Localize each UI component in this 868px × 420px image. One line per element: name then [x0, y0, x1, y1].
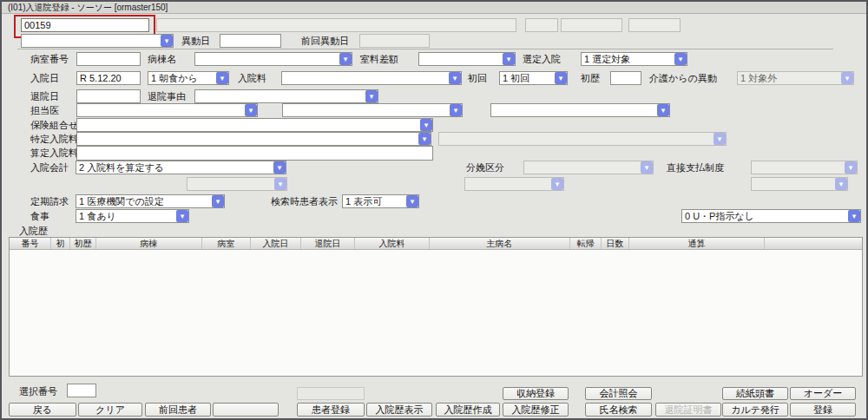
- admission-event-value: [22, 35, 161, 47]
- chevron-down-icon: ▾: [641, 161, 653, 174]
- register-button[interactable]: 登録: [790, 403, 856, 417]
- up-instruction-select[interactable]: 0 U・P指示なし▾: [681, 209, 861, 223]
- patient-name-display: [156, 18, 516, 32]
- patient-id-input[interactable]: [21, 18, 149, 32]
- discharge-reason-select[interactable]: ▾: [194, 89, 378, 103]
- history-table-body: [10, 250, 862, 376]
- history-section-title: 入院歴: [19, 225, 48, 238]
- patient-registration-button[interactable]: 患者登録: [297, 403, 365, 417]
- chevron-down-icon: ▾: [449, 72, 461, 84]
- admission-history-table[interactable]: 番号 初 初歴 病棟 病室 入院日 退院日 入院料 主病名 転帰 日数 通算: [9, 237, 863, 377]
- karte-print-button[interactable]: カルテ発行: [722, 403, 788, 417]
- history-edit-button[interactable]: 入院歴修正: [503, 403, 569, 417]
- chevron-down-icon: ▾: [365, 90, 378, 102]
- doctor-select-1[interactable]: ▾: [76, 103, 258, 117]
- admission-registration-window: (I01)入退院登録 - ソーソー [ormaster150] ▾ 異動日 前回…: [0, 0, 868, 420]
- selection-number-label: 選択番号: [19, 385, 57, 398]
- order-button[interactable]: オーダー: [790, 387, 856, 400]
- special-fee-label: 特定入院料: [30, 133, 78, 146]
- col-fee: 入院料: [355, 238, 430, 249]
- history-view-button[interactable]: 入院歴表示: [366, 403, 432, 417]
- accounting-sub-select: ▾: [187, 177, 287, 191]
- care-transfer-label: 介護からの異動: [649, 72, 717, 85]
- chevron-down-icon: ▾: [713, 133, 726, 145]
- previous-patient-button[interactable]: 前回患者: [145, 403, 211, 417]
- admission-event-select[interactable]: ▾: [21, 34, 174, 48]
- chevron-down-icon: ▾: [551, 178, 563, 190]
- col-filler: [765, 238, 862, 249]
- discharge-certificate-button: 退院証明書: [655, 403, 721, 417]
- doctor-select-2[interactable]: ▾: [282, 103, 463, 117]
- account-reference-button[interactable]: 会計照会: [585, 387, 652, 400]
- move-date-input[interactable]: [220, 34, 281, 48]
- blank-button[interactable]: [213, 403, 279, 417]
- selection-number-input[interactable]: [67, 384, 96, 397]
- discharge-date-label: 退院日: [30, 90, 59, 103]
- chevron-down-icon: ▾: [420, 119, 432, 131]
- chevron-down-icon: ▾: [657, 104, 669, 116]
- chevron-down-icon: ▾: [245, 104, 257, 116]
- col-outcome: 転帰: [570, 238, 602, 249]
- separator: [17, 49, 833, 49]
- discharge-reason-label: 退院事由: [148, 90, 186, 103]
- discharge-date-input[interactable]: [76, 89, 141, 103]
- room-charge-select[interactable]: ▾: [418, 52, 516, 66]
- ward-select[interactable]: ▾: [194, 52, 352, 66]
- admission-fee-select[interactable]: ▾: [281, 71, 462, 85]
- selective-admission-label: 選定入院: [523, 53, 561, 66]
- col-ward: 病棟: [96, 238, 202, 249]
- delivery-sub-select: ▾: [464, 177, 564, 191]
- clear-button[interactable]: クリア: [78, 403, 142, 417]
- selective-admission-select[interactable]: 1 選定対象▾: [581, 52, 687, 66]
- delivery-type-select: ▾: [523, 161, 654, 174]
- info-display-1: [525, 18, 558, 32]
- care-transfer-select: 1 対象外▾: [737, 71, 854, 85]
- move-date-label: 異動日: [181, 35, 210, 48]
- prev-move-date-label: 前回異動日: [301, 35, 349, 48]
- name-search-button[interactable]: 氏名検索: [585, 403, 652, 417]
- doctor-select-3[interactable]: ▾: [490, 103, 670, 117]
- chevron-down-icon: ▾: [161, 35, 173, 47]
- col-first: 初: [51, 238, 70, 249]
- chevron-down-icon: ▾: [503, 53, 515, 65]
- delivery-type-label: 分娩区分: [466, 161, 504, 174]
- first-time-label: 初回: [468, 72, 487, 85]
- history-create-button[interactable]: 入院歴作成: [436, 403, 500, 417]
- calc-fee-label: 算定入院料: [30, 147, 78, 160]
- search-display-select[interactable]: 1 表示可▾: [342, 194, 419, 208]
- col-room: 病室: [202, 238, 251, 249]
- calc-fee-input[interactable]: [76, 146, 433, 161]
- col-number: 番号: [10, 238, 51, 249]
- col-discharge-date: 退院日: [301, 238, 355, 249]
- first-time-select[interactable]: 1 初回▾: [499, 71, 568, 85]
- search-display-label: 検索時患者表示: [271, 195, 338, 208]
- insurance-label: 保険組合せ: [30, 119, 78, 132]
- chevron-down-icon: ▾: [418, 133, 431, 145]
- payment-registration-button[interactable]: 収納登録: [503, 387, 569, 400]
- room-no-label: 病室番号: [30, 53, 69, 66]
- chevron-down-icon: ▾: [845, 161, 857, 174]
- first-history-input[interactable]: [610, 71, 641, 85]
- special-fee-select[interactable]: ▾: [76, 132, 431, 146]
- continuation-header-button[interactable]: 続紙頭書: [722, 387, 788, 400]
- direct-pay-label: 直接支払制度: [667, 161, 724, 174]
- chevron-down-icon: ▾: [841, 72, 853, 84]
- periodic-billing-select[interactable]: 1 医療機関での設定▾: [76, 194, 225, 208]
- meal-start-select[interactable]: 1 朝食から▾: [148, 71, 229, 85]
- meal-select[interactable]: 1 食あり▾: [76, 209, 189, 223]
- admission-date-input[interactable]: [76, 71, 141, 85]
- periodic-billing-label: 定期請求: [30, 195, 69, 208]
- room-no-input[interactable]: [76, 52, 141, 66]
- accounting-select[interactable]: 2 入院料を算定する▾: [76, 161, 286, 174]
- back-button[interactable]: 戻る: [9, 403, 76, 417]
- chevron-down-icon: ▾: [273, 161, 286, 174]
- direct-pay-sub-select: ▾: [751, 177, 848, 191]
- col-first-history: 初歴: [70, 238, 96, 249]
- chevron-down-icon: ▾: [555, 72, 567, 84]
- history-table-header: 番号 初 初歴 病棟 病室 入院日 退院日 入院料 主病名 転帰 日数 通算: [10, 238, 862, 250]
- doctor-label: 担当医: [30, 104, 59, 117]
- col-days: 日数: [602, 238, 629, 249]
- insurance-select[interactable]: ▾: [76, 118, 433, 132]
- chevron-down-icon: ▾: [274, 178, 286, 190]
- blank-slot-button: [297, 387, 365, 400]
